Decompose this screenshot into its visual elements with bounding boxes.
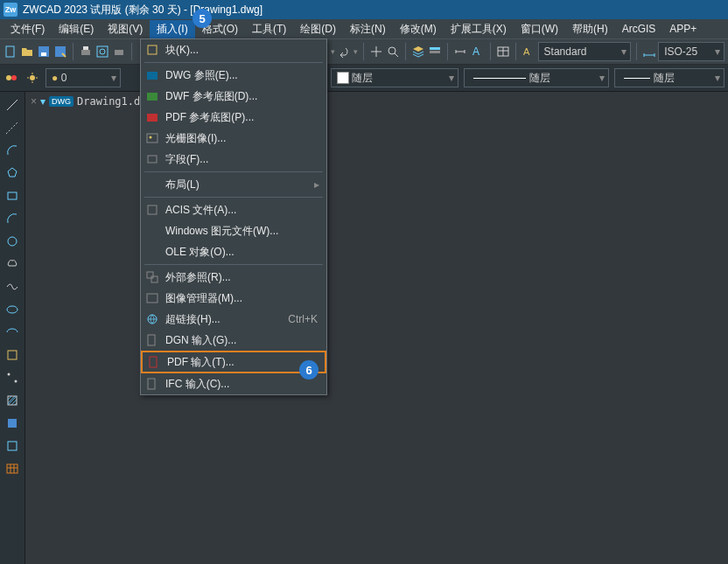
svg-point-17 [6,75,11,80]
menu-annotate[interactable]: 标注(N) [343,20,393,38]
menu-wmf[interactable]: Windows 图元文件(W)... [141,220,326,241]
submenu-arrow-icon: ▸ [314,178,319,191]
svg-rect-13 [430,51,440,53]
hatch-tool[interactable] [3,391,22,410]
save-as-button[interactable] [52,42,67,61]
region-tool[interactable] [3,436,22,456]
hyperlink-icon [144,311,160,327]
dim-icon[interactable] [641,42,656,61]
menu-raster-image[interactable]: 光栅图像(I)... [141,128,326,149]
new-file-button[interactable] [4,42,18,61]
acis-icon [144,202,160,218]
separator [144,264,323,265]
dim-style-button[interactable] [453,42,468,61]
rectangle-tool[interactable] [3,186,22,205]
annotation-scale-button[interactable]: A [522,42,536,61]
menu-window[interactable]: 窗口(W) [514,20,565,38]
plot-preview-button[interactable] [95,42,110,61]
layer-manager-button[interactable] [4,68,19,87]
properties-toolbar: ● 0 随层 随层 随层 [0,65,728,92]
lineweight-selector[interactable]: 随层 [614,68,724,87]
dwf-icon [144,88,160,104]
pdf-icon [144,109,160,125]
open-file-button[interactable] [20,42,35,61]
zoom-button[interactable] [385,42,400,61]
svg-rect-8 [115,50,123,55]
layer-props-button[interactable] [411,42,426,61]
menu-dwg-ref[interactable]: DWG 参照(E)... [141,65,326,86]
menu-ifc-import[interactable]: IFC 输入(C)... [141,373,326,394]
menu-extend[interactable]: 扩展工具(X) [444,20,514,38]
print-button[interactable] [79,42,94,61]
separator [144,197,323,198]
menu-arcgis[interactable]: ArcGIS [615,21,663,37]
color-selector[interactable]: 随层 [331,68,458,87]
pan-button[interactable] [369,42,384,61]
callout-badge-6: 6 [299,360,318,379]
svg-point-11 [388,47,396,54]
text-style-selector[interactable]: Standard [538,42,631,61]
redo-button[interactable] [337,42,352,61]
svg-rect-40 [147,294,158,303]
gradient-tool[interactable] [3,414,22,433]
spline-tool[interactable] [3,277,22,296]
ellipse-tool[interactable] [3,300,22,319]
ellipse-arc-tool[interactable] [3,323,22,342]
circle-tool[interactable] [3,232,22,251]
table-button[interactable] [495,42,510,61]
block-insert-tool[interactable] [3,345,22,365]
svg-rect-43 [150,357,157,367]
text-style-button[interactable]: A [470,42,485,61]
redo-dropdown-icon[interactable]: ▾ [354,47,358,56]
svg-rect-34 [147,134,158,143]
table-tool[interactable] [3,459,22,478]
publish-button[interactable] [111,42,126,61]
sun-icon[interactable] [24,68,40,87]
menu-field[interactable]: 字段(F)... [141,149,326,170]
image-icon [144,130,160,146]
menu-help[interactable]: 帮助(H) [565,20,615,38]
layer-states-button[interactable] [428,42,443,61]
svg-point-21 [8,237,17,246]
arc3p-tool[interactable] [3,209,22,228]
menu-dgn-import[interactable]: DGN 输入(G)... [141,330,326,351]
menu-xref[interactable]: 外部参照(R)... [141,267,326,288]
polygon-tool[interactable] [3,164,22,183]
undo-dropdown-icon[interactable]: ▾ [331,47,335,56]
save-button[interactable] [37,42,52,61]
standard-toolbar: ▾ ▾ A A Standard ISO-25 [0,38,728,65]
construction-line-tool[interactable] [3,118,22,137]
point-tool[interactable] [3,368,22,387]
menu-layout[interactable]: 布局(L)▸ [141,174,326,195]
menu-edit[interactable]: 编辑(E) [52,20,101,38]
cloud-tool[interactable] [3,254,22,274]
menu-tools[interactable]: 工具(T) [245,20,293,38]
line-tool[interactable] [3,95,22,115]
drawing-canvas[interactable]: × ▾ DWG Drawing1.dwg [25,92,728,564]
svg-rect-28 [8,442,17,450]
menu-insert[interactable]: 插入(I) [150,20,194,38]
menu-acis[interactable]: ACIS 文件(A)... [141,199,326,220]
svg-rect-4 [81,50,90,55]
svg-point-19 [30,75,35,80]
linetype-selector[interactable]: 随层 [464,68,609,87]
menu-ole[interactable]: OLE 对象(O)... [141,241,326,262]
menu-image-manager[interactable]: 图像管理器(M)... [141,288,326,309]
chevron-down-icon[interactable]: ▾ [40,95,46,108]
document-tab[interactable]: × ▾ DWG Drawing1.dwg [29,95,153,108]
menu-view[interactable]: 视图(V) [101,20,150,38]
draw-toolbar [0,92,25,564]
menu-modify[interactable]: 修改(M) [393,20,444,38]
menu-hyperlink[interactable]: 超链接(H)...Ctrl+K [141,309,326,330]
close-tab-icon[interactable]: × [31,95,37,108]
menu-block[interactable]: 块(K)... [141,39,326,60]
menu-pdf-underlay[interactable]: PDF 参考底图(P)... [141,107,326,128]
menu-draw[interactable]: 绘图(D) [293,20,343,38]
arc-tool[interactable] [3,141,22,160]
layer-selector[interactable]: ● 0 [46,68,121,87]
menu-dwf-underlay[interactable]: DWF 参考底图(D)... [141,86,326,107]
menu-appplus[interactable]: APP+ [662,21,704,37]
menu-file[interactable]: 文件(F) [4,20,52,38]
dim-style-selector[interactable]: ISO-25 [658,42,724,61]
separator [144,62,323,63]
